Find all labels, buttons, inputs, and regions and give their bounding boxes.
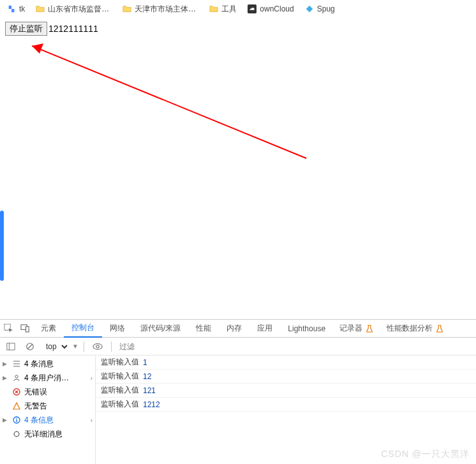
sidebar-toggle-icon[interactable] (3, 338, 19, 355)
pin-icon: › (91, 375, 93, 382)
device-toolbar-icon[interactable] (17, 320, 33, 338)
sidebar-item-user-messages[interactable]: ▶ 4 条用户消… › (0, 371, 95, 385)
svg-marker-2 (32, 43, 43, 54)
svg-rect-6 (7, 343, 15, 350)
spug-icon (304, 4, 315, 14)
context-select[interactable]: top (41, 340, 70, 353)
selection-cursor (0, 211, 4, 281)
devtools-panel: 元素 控制台 网络 源代码/来源 性能 内存 应用 Lighthouse 记录器… (0, 319, 476, 464)
warn-icon (11, 402, 22, 410)
caret-icon: ▶ (3, 417, 9, 423)
console-toolbar: top ▼ (0, 338, 476, 355)
filter-input[interactable] (117, 341, 473, 352)
sidebar-item-verbose[interactable]: 无详细消息 (0, 427, 95, 441)
caret-icon: ▶ (3, 361, 9, 367)
devtools-tabs: 元素 控制台 网络 源代码/来源 性能 内存 应用 Lighthouse 记录器… (0, 320, 476, 338)
live-expression-icon[interactable] (89, 338, 106, 355)
pin-icon: › (91, 417, 93, 424)
owncloud-icon (247, 4, 257, 14)
console-sidebar: ▶ 4 条消息 ▶ 4 条用户消… › 无错误 无警告 ▶ (0, 355, 96, 464)
folder-icon (35, 4, 45, 14)
annotation-arrow (32, 31, 319, 171)
tab-application[interactable]: 应用 (249, 320, 280, 338)
sidebar-item-info[interactable]: ▶ 4 条信息 › (0, 413, 95, 427)
svg-rect-5 (26, 327, 29, 332)
sidebar-item-errors[interactable]: 无错误 (0, 385, 95, 399)
svg-line-1 (32, 46, 306, 158)
flask-icon (365, 324, 374, 333)
chevron-down-icon: ▼ (72, 343, 78, 350)
svg-line-9 (28, 344, 33, 348)
svg-point-10 (93, 343, 102, 349)
bookmark-shandong[interactable]: 山东省市场监督管… (31, 3, 115, 16)
caret-icon: ▶ (3, 375, 9, 381)
tab-lighthouse[interactable]: Lighthouse (280, 320, 333, 338)
page-content: 停止监听 1212111111 (0, 18, 476, 318)
list-icon (11, 360, 22, 368)
flask-icon (435, 324, 444, 333)
stop-listen-button[interactable]: 停止监听 (5, 22, 47, 36)
info-icon (11, 416, 22, 424)
svg-point-12 (15, 375, 18, 378)
input-value-text: 1212111111 (48, 24, 98, 34)
svg-point-11 (96, 345, 99, 347)
sidebar-item-warnings[interactable]: 无警告 (0, 399, 95, 413)
bookmark-tools[interactable]: 工具 (205, 3, 241, 16)
folder-icon (122, 4, 132, 14)
error-icon (11, 388, 22, 396)
bookmarks-bar: tk 山东省市场监督管… 天津市市场主体一… 工具 ownCloud Spug (0, 0, 476, 18)
tab-console[interactable]: 控制台 (64, 320, 102, 338)
tab-network[interactable]: 网络 (102, 320, 133, 338)
console-row[interactable]: 监听输入值12 (96, 370, 476, 384)
user-icon (11, 374, 22, 382)
inspect-element-icon[interactable] (0, 320, 17, 338)
tab-recorder[interactable]: 记录器 (333, 323, 380, 334)
bookmark-spug[interactable]: Spug (301, 3, 339, 15)
console-row[interactable]: 监听输入值121 (96, 384, 476, 398)
console-row[interactable]: 监听输入值1212 (96, 398, 476, 412)
bookmark-owncloud[interactable]: ownCloud (243, 3, 297, 15)
folder-icon (209, 4, 219, 14)
bookmark-tk[interactable]: tk (3, 3, 29, 15)
tab-sources[interactable]: 源代码/来源 (133, 320, 188, 338)
tab-memory[interactable]: 内存 (219, 320, 249, 338)
app-icon (6, 4, 17, 14)
console-output: 监听输入值1 监听输入值12 监听输入值121 监听输入值1212 (96, 355, 476, 464)
debug-icon (11, 430, 22, 438)
tab-performance[interactable]: 性能 (188, 320, 219, 338)
clear-console-icon[interactable] (22, 338, 38, 355)
tab-performance-insights[interactable]: 性能数据分析 (380, 323, 450, 334)
tab-elements[interactable]: 元素 (33, 320, 64, 338)
bookmark-tianjin[interactable]: 天津市市场主体一… (118, 3, 202, 16)
console-row[interactable]: 监听输入值1 (96, 355, 476, 370)
sidebar-item-messages[interactable]: ▶ 4 条消息 (0, 357, 95, 371)
watermark-text: CSDN @一只大黑洋 (381, 449, 470, 460)
svg-point-16 (16, 417, 17, 419)
